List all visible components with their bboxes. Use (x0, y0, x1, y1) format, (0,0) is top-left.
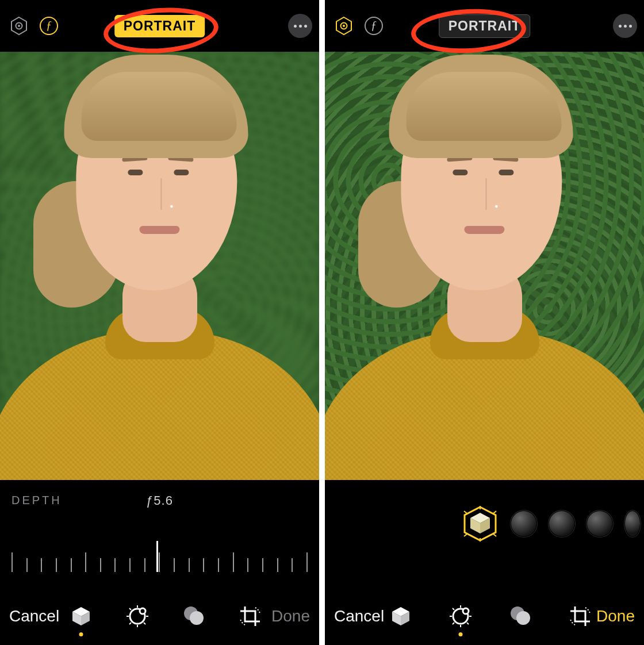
cancel-button[interactable]: Cancel (9, 607, 59, 625)
tab-crop[interactable] (567, 603, 593, 629)
filters-venn-icon (182, 604, 206, 628)
filters-venn-icon (508, 604, 532, 628)
cancel-button[interactable]: Cancel (334, 607, 384, 625)
tab-adjust[interactable] (447, 603, 474, 629)
adjust-dial-icon (125, 604, 150, 628)
hexagon-cube-icon (461, 505, 499, 543)
svg-line-16 (129, 623, 131, 624)
more-icon[interactable] (613, 14, 637, 38)
screenshot-left: ƒ PORTRAIT (0, 0, 319, 645)
top-toolbar: ƒ PORTRAIT (0, 0, 319, 52)
lighting-option-selected[interactable] (461, 505, 499, 543)
lighting-option[interactable] (549, 510, 575, 537)
svg-point-18 (190, 611, 204, 625)
svg-line-34 (464, 511, 467, 513)
tab-crop[interactable] (237, 603, 263, 629)
bottom-tabbar: Cancel (0, 588, 319, 645)
lighting-option[interactable] (586, 510, 613, 537)
depth-slider-cursor[interactable] (156, 541, 158, 572)
more-icon[interactable] (288, 14, 312, 38)
adjust-dial-icon (448, 604, 473, 628)
cube-icon (70, 605, 93, 628)
tab-filters[interactable] (181, 603, 207, 629)
svg-line-44 (453, 608, 454, 610)
photo-preview[interactable] (325, 52, 644, 480)
svg-point-39 (463, 608, 469, 614)
svg-line-46 (453, 623, 454, 624)
lighting-option[interactable] (511, 510, 537, 537)
portrait-badge[interactable]: PORTRAIT (439, 14, 531, 38)
svg-text:ƒ: ƒ (46, 19, 52, 32)
depth-value: ƒ5.6 (146, 493, 173, 508)
svg-text:ƒ: ƒ (371, 19, 377, 32)
tab-portrait[interactable] (388, 603, 414, 629)
done-button[interactable]: Done (596, 607, 635, 625)
svg-point-22 (343, 25, 345, 27)
svg-line-45 (467, 623, 469, 624)
svg-line-33 (464, 534, 467, 536)
hexagon-target-icon[interactable] (332, 14, 356, 38)
depth-slider[interactable] (12, 532, 308, 572)
photo-preview[interactable] (0, 52, 319, 480)
tab-indicator-dot (458, 632, 462, 636)
lighting-option[interactable] (624, 510, 641, 537)
portrait-badge[interactable]: PORTRAIT (114, 15, 205, 37)
depth-readout: DEPTH ƒ5.6 (0, 494, 319, 507)
top-toolbar: ƒ PORTRAIT (325, 0, 644, 52)
bottom-tabbar: Cancel (325, 588, 644, 645)
tab-portrait[interactable] (68, 603, 94, 629)
tab-filters[interactable] (507, 603, 534, 629)
portrait-lighting-picker[interactable] (325, 501, 644, 547)
depth-label: DEPTH (12, 494, 62, 507)
svg-line-31 (493, 534, 496, 536)
hexagon-target-icon[interactable] (7, 14, 31, 38)
svg-point-2 (18, 25, 20, 27)
svg-point-9 (140, 608, 145, 614)
done-button[interactable]: Done (271, 607, 310, 625)
f-stop-icon[interactable]: ƒ (362, 14, 386, 38)
svg-line-30 (493, 511, 496, 513)
tab-adjust[interactable] (124, 603, 151, 629)
screenshot-right: ƒ PORTRAIT .pane:nth-of-type(3) .anno{ l… (325, 0, 644, 645)
svg-point-48 (516, 611, 530, 625)
cube-icon (389, 605, 412, 628)
tab-indicator-dot (79, 632, 83, 636)
svg-line-14 (129, 608, 131, 610)
crop-rotate-icon (238, 604, 262, 628)
svg-line-15 (144, 623, 145, 624)
crop-rotate-icon (568, 604, 592, 628)
f-stop-icon[interactable]: ƒ (37, 14, 61, 38)
